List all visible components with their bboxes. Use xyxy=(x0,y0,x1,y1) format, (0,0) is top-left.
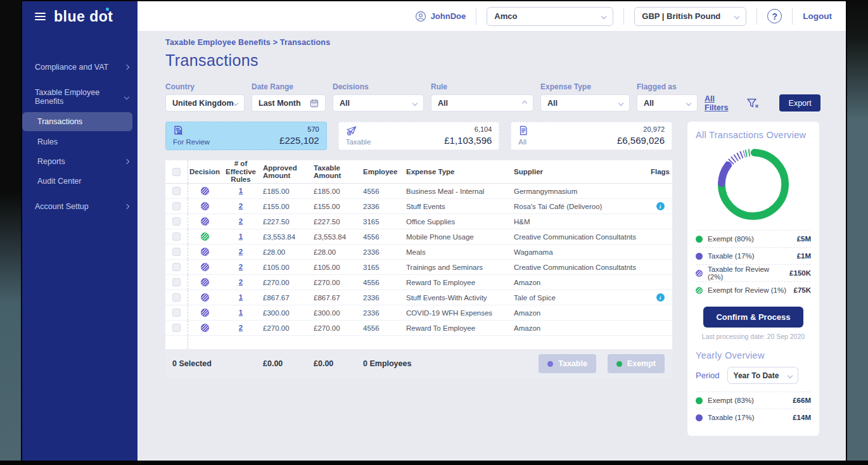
expense-type-select[interactable]: All xyxy=(540,94,630,111)
expense-type-cell: Reward To Employee xyxy=(404,279,511,286)
currency-select[interactable]: GBP | British Pound xyxy=(634,7,746,26)
sidebar-item-label: Reports xyxy=(37,157,65,166)
filter-label: Flagged as xyxy=(637,82,698,91)
row-checkbox[interactable] xyxy=(172,217,181,226)
transactions-donut-chart xyxy=(696,144,811,225)
approved-amount-cell: £227.50 xyxy=(260,218,311,226)
paper-plane-icon xyxy=(346,125,357,136)
hamburger-menu-icon[interactable] xyxy=(35,13,46,20)
sidebar-item-label: Taxable Employee Benefits xyxy=(35,88,125,106)
row-checkbox[interactable] xyxy=(172,324,181,332)
effective-rules-link[interactable]: 2 xyxy=(239,217,243,225)
export-button[interactable]: Export xyxy=(779,94,820,111)
employee-cell: 2336 xyxy=(361,203,404,210)
expense-type-cell: COVID-19 WFH Expenses xyxy=(404,309,511,317)
table-empty-row xyxy=(165,336,672,349)
expense-type-cell: Stuff Events-With Activity xyxy=(404,294,511,302)
chevron-down-icon xyxy=(734,13,739,18)
supplier-cell: Amazon xyxy=(511,279,648,286)
row-checkbox[interactable] xyxy=(172,263,181,271)
rule-select[interactable]: All xyxy=(431,94,533,111)
effective-rules-link[interactable]: 2 xyxy=(239,263,243,271)
row-checkbox[interactable] xyxy=(172,278,181,286)
decisions-select[interactable]: All xyxy=(333,94,424,111)
info-flag-icon[interactable] xyxy=(656,202,665,210)
user-name: JohnDoe xyxy=(431,11,466,21)
clear-filters-icon[interactable] xyxy=(746,98,760,109)
confirm-process-button[interactable]: Confirm & Process xyxy=(703,307,803,328)
breadcrumb-current: Transactions xyxy=(280,38,331,47)
country-select[interactable]: United Kingdom xyxy=(165,94,245,111)
sidebar-item-account-setup[interactable]: Account Settup xyxy=(22,198,137,215)
effective-rules-link[interactable]: 2 xyxy=(239,324,243,331)
period-select[interactable]: Year To Date xyxy=(727,367,798,384)
card-all[interactable]: All 20,972 £6,569,026 xyxy=(511,122,672,150)
row-checkbox[interactable] xyxy=(172,293,181,302)
filter-flagged-as: Flagged as All xyxy=(637,82,698,111)
sidebar-item-transactions[interactable]: Transactions xyxy=(22,112,132,131)
all-filters-link[interactable]: All Filters xyxy=(705,94,739,112)
document-review-icon xyxy=(173,125,184,136)
row-checkbox[interactable] xyxy=(172,309,181,317)
sidebar-item-rules[interactable]: Rules xyxy=(22,133,137,151)
card-for-review[interactable]: For Review 570 £225,102 xyxy=(165,122,327,150)
filter-date-range: Date Range Last Month xyxy=(252,82,326,111)
taxable-dot-icon xyxy=(547,361,553,367)
logout-button[interactable]: Logout xyxy=(803,11,832,21)
document-icon xyxy=(518,125,528,136)
row-checkbox[interactable] xyxy=(172,187,181,195)
effective-rules-link[interactable]: 2 xyxy=(239,202,243,210)
user-menu[interactable]: JohnDoe xyxy=(415,11,466,22)
table-row: 2 £155.00 £155.00 2336 Stuff Events Rosa… xyxy=(165,199,672,214)
chevron-down-icon xyxy=(787,373,792,378)
effective-rules-link[interactable]: 1 xyxy=(239,293,243,301)
purple-dot-icon xyxy=(696,253,703,260)
breadcrumb-parent[interactable]: Taxable Employee Benefits xyxy=(165,38,271,47)
taxable-amount-cell: £227.50 xyxy=(311,218,361,226)
effective-rules-link[interactable]: 1 xyxy=(239,232,243,240)
period-value: Year To Date xyxy=(734,371,779,380)
info-flag-icon[interactable] xyxy=(656,293,665,302)
mark-exempt-button[interactable]: Exempt xyxy=(608,354,665,373)
chevron-right-icon xyxy=(124,204,129,209)
approved-amount-cell: £3,553.84 xyxy=(260,233,311,241)
row-checkbox[interactable] xyxy=(172,202,181,210)
filter-label: Date Range xyxy=(252,82,326,91)
employee-cell: 2336 xyxy=(361,309,404,317)
flagged-as-value: All xyxy=(644,99,654,108)
breadcrumb[interactable]: Taxable Employee Benefits > Transactions xyxy=(165,38,820,47)
sidebar-item-reports[interactable]: Reports xyxy=(22,153,137,170)
legend-item-exempt: Exempt (80%) £5M xyxy=(696,230,811,247)
mark-exempt-label: Exempt xyxy=(627,359,656,368)
company-select[interactable]: Amco xyxy=(487,7,613,26)
help-button[interactable]: ? xyxy=(767,9,782,23)
yearly-overview-title: Yearly Overview xyxy=(696,350,811,360)
filter-expense-type: Expense Type All xyxy=(540,82,630,111)
effective-rules-link[interactable]: 2 xyxy=(239,278,243,286)
card-taxable[interactable]: Taxable 6,104 £1,103,596 xyxy=(338,122,500,150)
chevron-down-icon xyxy=(233,100,238,105)
topbar: JohnDoe Amco GBP | British Pound ? Logou… xyxy=(137,1,846,32)
sidebar-item-compliance-and-vat[interactable]: Compliance and VAT xyxy=(22,58,137,76)
filter-label: Expense Type xyxy=(540,82,630,91)
sidebar-item-label: Account Settup xyxy=(35,202,89,211)
filter-country: Country United Kingdom xyxy=(165,82,245,111)
date-range-value: Last Month xyxy=(258,99,301,108)
calendar-icon xyxy=(310,99,319,108)
effective-rules-link[interactable]: 1 xyxy=(239,187,243,194)
row-checkbox[interactable] xyxy=(172,248,181,256)
flagged-as-select[interactable]: All xyxy=(637,94,698,111)
employees-count: 0 Employees xyxy=(361,359,414,368)
filters-actions: All Filters Export xyxy=(705,94,820,111)
sidebar-item-taxable-employee-benefits[interactable]: Taxable Employee Benefits xyxy=(22,84,137,110)
sidebar-item-audit-center[interactable]: Audit Center xyxy=(22,172,137,190)
effective-rules-link[interactable]: 1 xyxy=(239,309,243,316)
decision-taxable-icon xyxy=(201,248,209,256)
filter-label: Rule xyxy=(431,82,533,91)
select-all-checkbox[interactable] xyxy=(172,168,181,176)
row-checkbox[interactable] xyxy=(172,232,181,241)
mark-taxable-button[interactable]: Taxable xyxy=(539,354,596,373)
yearly-legend-taxable: Taxable (17%) £14M xyxy=(696,409,811,426)
date-range-select[interactable]: Last Month xyxy=(252,94,326,111)
effective-rules-link[interactable]: 2 xyxy=(239,248,243,255)
